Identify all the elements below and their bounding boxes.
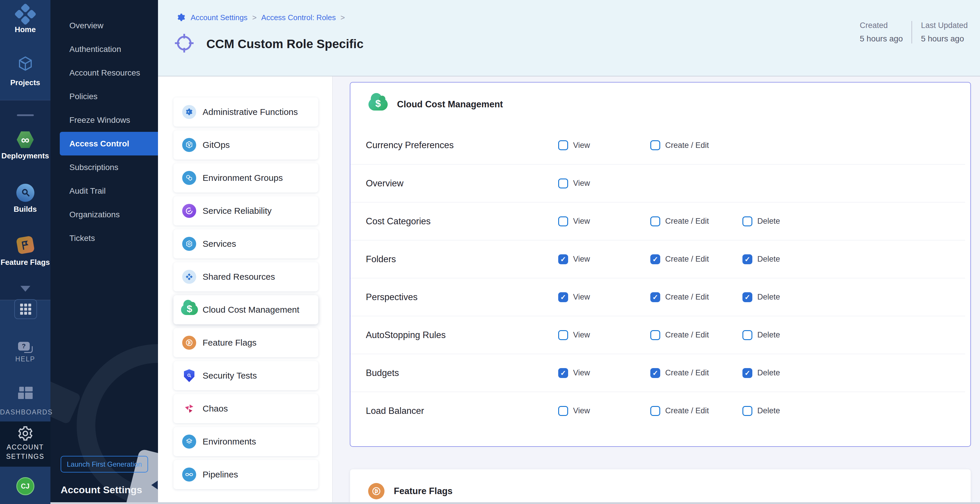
create-edit-checkbox-cell: ✓Create / Edit: [650, 292, 743, 302]
create-edit-checkbox[interactable]: ✓: [650, 254, 660, 264]
create-edit-checkbox-cell: ✓Create / Edit: [650, 217, 743, 226]
delete-checkbox[interactable]: ✓: [743, 368, 752, 378]
sidebar-item-freeze-windows[interactable]: Freeze Windows: [51, 108, 158, 132]
rail-dashboards-label[interactable]: DASHBOARDS: [0, 408, 51, 416]
sidebar-item-audit-trail[interactable]: Audit Trail: [51, 179, 158, 203]
launch-first-generation-button[interactable]: Launch First Generation: [60, 456, 148, 472]
projects-icon[interactable]: [17, 55, 34, 73]
sidebar-item-overview[interactable]: Overview: [51, 14, 158, 37]
breadcrumb-gear-icon: [177, 13, 186, 22]
resource-group-cloud-cost-management[interactable]: $ Cloud Cost Management: [173, 295, 318, 324]
resource-group-gitops[interactable]: GitOps: [173, 130, 318, 159]
resource-group-shared-resources[interactable]: Shared Resources: [173, 262, 318, 291]
rail-projects-label[interactable]: Projects: [0, 78, 51, 87]
resource-group-pipelines[interactable]: Pipelines: [173, 460, 318, 489]
breadcrumb-account-settings[interactable]: Account Settings: [191, 13, 248, 22]
rail-home-label[interactable]: Home: [0, 25, 51, 34]
nav-rail: Home Projects ∞ Deployments Builds Featu…: [0, 0, 51, 504]
resource-group-security-tests[interactable]: Security Tests: [173, 361, 318, 390]
sidebar-item-authentication[interactable]: Authentication: [51, 37, 158, 61]
horizontal-scrollbar[interactable]: [51, 502, 980, 504]
sidebar-item-subscriptions[interactable]: Subscriptions: [51, 155, 158, 179]
resource-group-environment-groups[interactable]: Environment Groups: [173, 163, 318, 193]
create-edit-label: Create / Edit: [665, 406, 709, 415]
sidebar-item-access-control[interactable]: Access Control: [60, 132, 158, 155]
resource-group-chaos[interactable]: Chaos: [173, 394, 318, 423]
delete-label: Delete: [757, 293, 780, 301]
app-screen: Home Projects ∞ Deployments Builds Featu…: [0, 0, 980, 504]
resource-group-environments[interactable]: Environments: [173, 427, 318, 456]
chevron-down-icon[interactable]: [21, 286, 30, 292]
permission-row-folders: Folders ✓View ✓Create / Edit ✓Delete: [350, 240, 965, 278]
resource-group-label: Services: [203, 239, 236, 249]
create-edit-label: Create / Edit: [665, 217, 709, 226]
last-updated-value: 5 hours ago: [921, 34, 968, 43]
create-edit-checkbox[interactable]: ✓: [650, 292, 660, 302]
breadcrumb-access-control-roles[interactable]: Access Control: Roles: [261, 13, 336, 22]
resource-group-administrative-functions[interactable]: Administrative Functions: [173, 97, 318, 127]
view-checkbox[interactable]: ✓: [558, 368, 568, 378]
resource-group-label: Administrative Functions: [203, 107, 298, 117]
feature-flags-card-icon: [368, 483, 385, 499]
resource-group-feature-flags[interactable]: Feature Flags: [173, 328, 318, 357]
sidebar-item-policies[interactable]: Policies: [51, 85, 158, 108]
resource-group-services[interactable]: Services: [173, 229, 318, 258]
rail-collapsed-module-dash: [17, 114, 34, 116]
rail-help-label[interactable]: HELP: [0, 355, 51, 363]
rail-deployments-label[interactable]: Deployments: [0, 152, 51, 160]
create-edit-checkbox-cell: ✓Create / Edit: [650, 254, 743, 264]
ccm-card-icon: $: [368, 98, 388, 110]
create-edit-checkbox[interactable]: ✓: [650, 217, 660, 226]
help-icon[interactable]: ?: [18, 342, 33, 353]
feature-flags-module-icon[interactable]: [16, 236, 35, 255]
rail-builds-label[interactable]: Builds: [0, 205, 51, 214]
create-edit-label: Create / Edit: [665, 368, 709, 377]
builds-icon[interactable]: [16, 184, 34, 202]
view-checkbox[interactable]: ✓: [558, 406, 568, 416]
view-checkbox[interactable]: ✓: [558, 140, 568, 150]
last-updated-label: Last Updated: [921, 21, 968, 30]
resource-group-label: Chaos: [203, 404, 228, 413]
collapse-sidebar-icon[interactable]: [151, 481, 158, 490]
delete-checkbox[interactable]: ✓: [743, 292, 752, 302]
view-checkbox[interactable]: ✓: [558, 217, 568, 226]
create-edit-checkbox[interactable]: ✓: [650, 330, 660, 340]
feature-flags-card-header: Feature Flags: [350, 469, 970, 504]
role-meta: Created 5 hours ago Last Updated 5 hours…: [851, 21, 977, 43]
create-edit-checkbox[interactable]: ✓: [650, 140, 660, 150]
delete-checkbox[interactable]: ✓: [743, 217, 752, 226]
avatar[interactable]: CJ: [16, 477, 34, 495]
gear-icon[interactable]: [17, 425, 33, 443]
rail-account-settings-label-1[interactable]: ACCOUNT: [0, 443, 51, 451]
delete-checkbox[interactable]: ✓: [743, 330, 752, 340]
page-header: Account Settings > Access Control: Roles…: [158, 0, 980, 77]
rail-feature-flags-label[interactable]: Feature Flags: [0, 258, 51, 267]
dashboards-icon[interactable]: [18, 387, 33, 399]
created-label: Created: [860, 21, 903, 30]
created-value: 5 hours ago: [860, 34, 903, 43]
create-edit-checkbox[interactable]: ✓: [650, 406, 660, 416]
delete-checkbox[interactable]: ✓: [743, 406, 752, 416]
create-edit-label: Create / Edit: [665, 255, 709, 264]
view-checkbox[interactable]: ✓: [558, 179, 568, 188]
sidebar-item-account-resources[interactable]: Account Resources: [51, 61, 158, 85]
view-checkbox[interactable]: ✓: [558, 292, 568, 302]
view-checkbox-cell: ✓View: [558, 330, 650, 340]
module-picker-button[interactable]: [14, 299, 37, 319]
delete-checkbox[interactable]: ✓: [743, 254, 752, 264]
permission-name: Currency Preferences: [366, 140, 558, 150]
resource-group-service-reliability[interactable]: Service Reliability: [173, 196, 318, 225]
rail-account-settings-label-2[interactable]: SETTINGS: [0, 453, 51, 461]
permission-name: Overview: [366, 178, 558, 189]
view-checkbox[interactable]: ✓: [558, 254, 568, 264]
delete-label: Delete: [757, 255, 780, 264]
permission-name: Cost Categories: [366, 216, 558, 226]
create-edit-checkbox-cell: ✓Create / Edit: [650, 368, 743, 378]
view-checkbox[interactable]: ✓: [558, 330, 568, 340]
create-edit-checkbox[interactable]: ✓: [650, 368, 660, 378]
sidebar-item-organizations[interactable]: Organizations: [51, 203, 158, 226]
sidebar-item-tickets[interactable]: Tickets: [51, 226, 158, 250]
ccm-card-header: $ Cloud Cost Management: [350, 83, 970, 126]
delete-checkbox-cell: ✓Delete: [743, 217, 835, 226]
resource-group-label: Shared Resources: [203, 272, 275, 282]
